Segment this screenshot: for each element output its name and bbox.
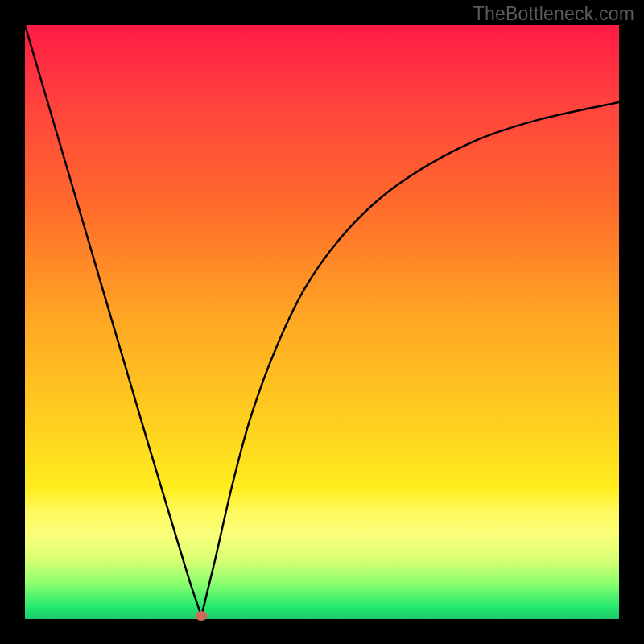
chart-frame: TheBottleneck.com — [0, 0, 644, 644]
bottleneck-curve — [25, 25, 619, 619]
watermark-text: TheBottleneck.com — [473, 3, 634, 25]
minimum-marker-dot — [196, 611, 208, 621]
curve-right-segment — [201, 102, 619, 616]
curve-left-segment — [25, 25, 201, 616]
plot-area — [25, 25, 619, 619]
